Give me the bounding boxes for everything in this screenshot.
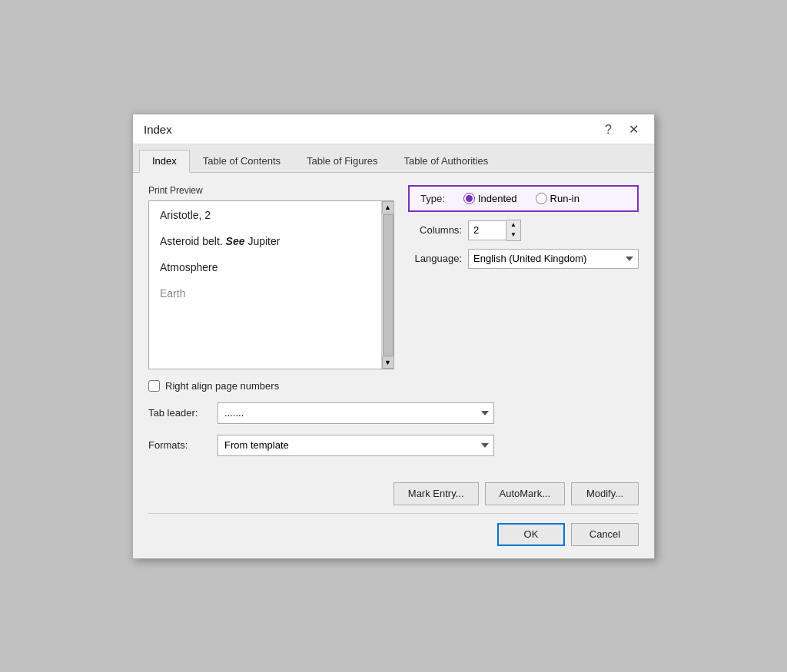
bottom-buttons-area: Mark Entry... AutoMark... Modify... OK C… (133, 482, 654, 558)
preview-scrollbar[interactable]: ▲ ▼ (381, 201, 394, 369)
runin-label[interactable]: Run-in (550, 193, 579, 204)
index-dialog: Index ? ✕ Index Table of Contents Table … (132, 114, 655, 559)
options-panel: Type: Indented Run-in Columns: (408, 185, 639, 269)
spinner-down[interactable]: ▼ (506, 230, 520, 240)
columns-label: Columns: (408, 224, 462, 236)
right-align-label[interactable]: Right align page numbers (165, 380, 279, 392)
ok-button[interactable]: OK (497, 523, 565, 546)
cancel-button[interactable]: Cancel (571, 523, 639, 546)
spinner-up[interactable]: ▲ (506, 220, 520, 230)
automark-button[interactable]: AutoMark... (485, 482, 565, 505)
indented-label[interactable]: Indented (478, 193, 517, 204)
columns-input-group: ▲ ▼ (468, 220, 521, 241)
preview-content: Aristotle, 2 Asteroid belt. See Jupiter … (149, 201, 394, 369)
language-select[interactable]: English (United Kingdom) English (United… (468, 249, 639, 269)
mark-entry-button[interactable]: Mark Entry... (394, 482, 479, 505)
preview-item-earth: Earth (160, 287, 383, 300)
preview-panel: Print Preview Aristotle, 2 Asteroid belt… (148, 185, 394, 369)
tab-leader-label: Tab leader: (148, 407, 210, 419)
formats-select[interactable]: From template Classic Fancy Modern Bulle… (218, 435, 494, 456)
preview-item-atmosphere: Atmosphere (160, 261, 383, 273)
tab-toa[interactable]: Table of Authorities (391, 150, 502, 173)
tab-index[interactable]: Index (139, 150, 190, 173)
dialog-body: Print Preview Aristotle, 2 Asteroid belt… (133, 173, 654, 482)
tab-tof[interactable]: Table of Figures (294, 150, 391, 173)
tab-leader-select[interactable]: ....... ------ ...... None (218, 402, 494, 424)
right-align-checkbox[interactable] (148, 380, 160, 392)
type-group: Type: Indented Run-in (408, 185, 639, 212)
language-label: Language: (408, 253, 462, 264)
tab-leader-row: Tab leader: ....... ------ ...... None (148, 402, 639, 424)
tabs-bar: Index Table of Contents Table of Figures… (133, 144, 654, 173)
close-button[interactable]: ✕ (624, 122, 643, 137)
right-align-row: Right align page numbers (148, 380, 639, 392)
type-label: Type: (420, 193, 451, 204)
scroll-thumb[interactable] (383, 214, 394, 356)
modify-button[interactable]: Modify... (571, 482, 639, 505)
title-bar: Index ? ✕ (133, 114, 654, 144)
preview-row: Print Preview Aristotle, 2 Asteroid belt… (148, 185, 639, 369)
action-buttons-row: Mark Entry... AutoMark... Modify... (148, 482, 639, 505)
ok-cancel-row: OK Cancel (148, 513, 639, 546)
preview-item-aristotle: Aristotle, 2 (160, 209, 383, 221)
preview-item-asteroid: Asteroid belt. See Jupiter (160, 235, 383, 247)
title-actions: ? ✕ (600, 122, 643, 137)
radio-indented[interactable]: Indented (463, 193, 517, 204)
scroll-down-arrow[interactable]: ▼ (382, 356, 394, 369)
columns-row: Columns: ▲ ▼ (408, 220, 639, 241)
formats-label: Formats: (148, 439, 210, 451)
radio-runin[interactable]: Run-in (536, 193, 579, 204)
columns-input[interactable] (468, 220, 506, 240)
scroll-up-arrow[interactable]: ▲ (382, 201, 394, 214)
preview-label: Print Preview (148, 185, 394, 196)
columns-spinner: ▲ ▼ (506, 220, 521, 241)
preview-box: Aristotle, 2 Asteroid belt. See Jupiter … (148, 200, 394, 369)
help-button[interactable]: ? (600, 122, 616, 137)
tab-toc[interactable]: Table of Contents (190, 150, 294, 173)
dialog-title: Index (144, 123, 172, 136)
formats-row: Formats: From template Classic Fancy Mod… (148, 435, 639, 456)
language-row: Language: English (United Kingdom) Engli… (408, 249, 639, 269)
